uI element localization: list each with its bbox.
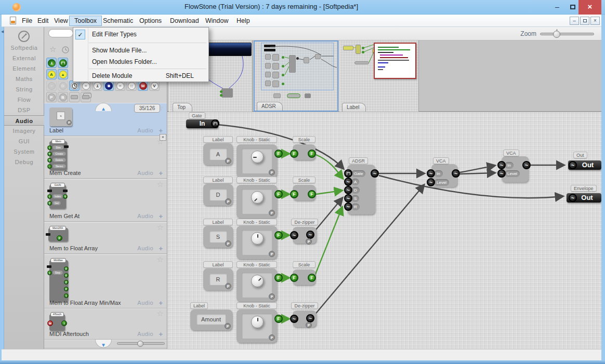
minimize-button[interactable]: – — [550, 0, 564, 15]
adsr-r-port[interactable]: ~ — [344, 203, 352, 211]
filter-wave-icon[interactable]: ~ — [81, 80, 91, 91]
filter-trigger-icon[interactable]: T — [46, 58, 57, 68]
sidebar-item-gui[interactable]: GUI — [4, 136, 44, 146]
filter-module-icon[interactable] — [69, 92, 80, 102]
adsr-d-port[interactable]: ~ — [344, 186, 352, 194]
vca2-in-port[interactable]: ~ — [497, 161, 506, 169]
add-module-icon[interactable]: + — [159, 299, 163, 307]
vca1-level-port[interactable]: ~ — [427, 178, 435, 186]
vca1-in-port[interactable]: ~ — [427, 169, 435, 178]
filter-audio-a-icon[interactable]: A — [46, 69, 57, 79]
menu-window[interactable]: Window — [201, 16, 233, 26]
float-port[interactable]: F — [274, 150, 283, 158]
favorite-star-icon[interactable]: ☆ — [157, 309, 164, 318]
vca1-out-port[interactable]: ~ — [452, 169, 460, 178]
menu-help[interactable]: Help — [232, 16, 255, 26]
vca2-module[interactable] — [502, 156, 529, 182]
slider-knob[interactable] — [137, 341, 143, 347]
filter-wave2-icon[interactable]: ~ — [115, 80, 125, 91]
label-module-amount[interactable]: Amount P — [190, 309, 232, 330]
knob-s[interactable] — [251, 232, 264, 245]
module-item-mem-create[interactable]: ☆ Mem ISize TCreate TDelete ~Stereo Mem … — [44, 137, 167, 179]
sidebar-item-dsp[interactable]: DSP — [4, 105, 44, 115]
module-item-mem-to-float-array-minmax[interactable]: ☆ MinMax IStep F F F F I Mem to Float Ar… — [44, 254, 167, 308]
knob-a[interactable] — [251, 151, 264, 163]
tab-label[interactable]: Label — [342, 103, 366, 112]
filter-midi-icon[interactable]: M — [138, 80, 148, 91]
float-port[interactable]: F — [308, 150, 316, 158]
filter-envelope-icon[interactable]: ▲ — [58, 69, 68, 79]
zoom-slider-knob[interactable] — [553, 31, 560, 38]
favorite-star-icon[interactable]: ☆ — [157, 223, 164, 232]
add-module-icon[interactable]: + — [159, 169, 163, 177]
filter-wave-gray-icon[interactable]: ~ — [46, 80, 57, 91]
thumbnail-size-slider[interactable] — [117, 342, 165, 345]
palette-close-icon[interactable]: × — [160, 134, 166, 141]
document-icon[interactable] — [10, 17, 16, 24]
vca2-out-port[interactable]: ~ — [522, 161, 531, 169]
sidebar-item-string[interactable]: String — [4, 84, 44, 95]
filter-square-wave-icon[interactable] — [58, 58, 68, 68]
add-module-icon[interactable]: + — [159, 212, 163, 220]
filter-grid-icon[interactable]: ∷ — [126, 80, 137, 91]
menu-options[interactable]: Options — [135, 16, 166, 26]
float-port[interactable]: F — [290, 274, 298, 282]
sidebar-item-flow[interactable]: Flow — [4, 95, 44, 105]
menu-item-edit-filter-types[interactable]: ✓ Edit Filter Types — [73, 29, 208, 40]
mdi-minimize-button[interactable]: – — [570, 17, 579, 25]
add-module-icon[interactable]: + — [159, 330, 163, 338]
favorite-star-icon[interactable]: ☆ — [157, 180, 164, 189]
audio-port[interactable]: ~ — [290, 231, 298, 239]
filter-clock-icon[interactable] — [69, 80, 80, 91]
sidebar-item-system[interactable]: System — [4, 146, 44, 157]
tab-adsr[interactable]: ADSR — [257, 102, 283, 111]
add-module-icon[interactable]: + — [159, 127, 163, 134]
search-input[interactable] — [48, 29, 73, 37]
audio-port[interactable]: ~ — [306, 314, 314, 322]
float-port[interactable]: F — [308, 190, 316, 198]
gate-in-port[interactable] — [211, 119, 219, 128]
module-item-mem-to-float-array[interactable]: ☆ Mem2FA F Mem to Float Array Audio + — [44, 222, 167, 254]
schematic-canvas[interactable]: Gate In Label A P Knob - Static P F Scal… — [167, 112, 601, 349]
filter-v-icon[interactable]: V — [149, 80, 160, 91]
float-port[interactable]: F — [274, 231, 283, 239]
mdi-restore-button[interactable] — [580, 17, 589, 25]
filter-modules-icon[interactable] — [81, 92, 91, 102]
sidebar-item-debug[interactable]: Debug — [4, 157, 44, 167]
maximize-button[interactable] — [565, 0, 580, 15]
favorites-star-icon[interactable]: ☆ — [49, 45, 56, 54]
out-port[interactable]: ~ — [569, 161, 577, 169]
add-module-icon[interactable]: + — [159, 245, 163, 252]
label-module-d[interactable]: D P — [203, 184, 233, 206]
envelope-out-port[interactable]: ~ — [569, 194, 577, 202]
adsr-s-port[interactable]: ~ — [344, 194, 352, 203]
sidebar-item-maths[interactable]: Maths — [4, 74, 44, 84]
filter-trigger2-icon[interactable]: T — [92, 80, 102, 91]
adsr-out-port[interactable]: ~ — [371, 169, 379, 178]
float-port[interactable]: F — [274, 190, 283, 198]
mdi-close-button[interactable]: × — [590, 17, 600, 25]
menu-download[interactable]: Download — [165, 16, 204, 26]
sidebar-item-element[interactable]: Element — [4, 63, 44, 74]
label-module-r[interactable]: R P — [203, 268, 233, 290]
knob-d[interactable] — [251, 191, 264, 204]
float-port[interactable]: F — [290, 150, 298, 158]
filter-b-icon[interactable]: B — [58, 92, 68, 102]
adsr-a-port[interactable]: ~ — [344, 178, 352, 186]
menu-schematic[interactable]: Schematic — [98, 16, 138, 26]
module-item-mem-get-at[interactable]: ☆ GetAt IIndex T TGet Mem Get At Audio + — [44, 179, 167, 222]
filter-poly-icon[interactable] — [103, 80, 114, 91]
sidebar-item-external[interactable]: External — [4, 53, 44, 63]
float-port[interactable]: F — [290, 190, 298, 198]
label-module-a[interactable]: A P — [203, 143, 233, 165]
menu-item-show-module-file[interactable]: Show Module File... — [73, 45, 208, 56]
preview-panel-label[interactable]: Label — [339, 41, 419, 112]
knob-amount[interactable] — [251, 316, 264, 328]
close-button[interactable]: × — [578, 0, 601, 15]
menu-item-open-modules-folder[interactable]: Open Modules Folder... — [73, 56, 208, 68]
filter-p-icon[interactable]: P — [46, 92, 57, 102]
knob-r[interactable] — [251, 275, 264, 287]
sidebar-item-audio[interactable]: Audio — [4, 115, 44, 126]
label-module-s[interactable]: S P — [203, 226, 233, 248]
filter-d-icon[interactable]: D — [58, 80, 68, 91]
